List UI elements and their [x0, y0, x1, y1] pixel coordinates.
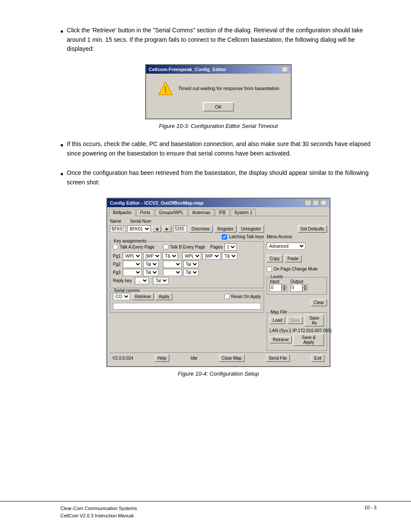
- pg1-label: Pg1: [113, 254, 121, 258]
- tab-antennas[interactable]: Antennas: [188, 209, 214, 216]
- menu-access-select[interactable]: Advanced: [267, 243, 305, 250]
- version-label: V2.0.0.024: [112, 356, 133, 361]
- reset-on-apply-label: Reset On Apply: [231, 294, 261, 299]
- set-defaults-btn[interactable]: Set Defaults: [298, 225, 327, 233]
- dialog-body: ! Timed out waiting for response from ba…: [146, 74, 291, 118]
- pg3-port1-select[interactable]: [123, 269, 142, 276]
- warning-icon: !: [158, 81, 173, 96]
- save-apply-btn[interactable]: Save & Apply: [293, 334, 324, 346]
- footer-manual: CellCom V2.0.3 Instruction Manual: [60, 512, 137, 520]
- latching-talk-keys-label: Latching Talk keys: [229, 234, 264, 239]
- input-value[interactable]: [270, 284, 282, 292]
- clear-map-btn[interactable]: Clear Map: [219, 355, 245, 362]
- pg1-mode2-select[interactable]: T&FL: [222, 252, 237, 260]
- com1-select[interactable]: COM1: [113, 293, 130, 300]
- tab-system1[interactable]: System 1: [230, 209, 256, 216]
- dialog-close-btn[interactable]: ✕: [281, 66, 288, 72]
- pg1-wpl2-select[interactable]: [WPL2▼]: [202, 252, 221, 260]
- config-main: Name Serial Num BFK01 ◄ ► Overview Regis…: [107, 216, 330, 366]
- maximize-btn[interactable]: □: [312, 200, 319, 206]
- output-value[interactable]: [290, 284, 302, 292]
- pages-select[interactable]: 1: [224, 243, 237, 251]
- unregister-btn[interactable]: Unregister: [238, 225, 264, 233]
- bfk01-name-input[interactable]: [110, 226, 125, 232]
- dialog-ok-button[interactable]: OK: [203, 102, 234, 112]
- pg2-mode2-select[interactable]: Talk: [183, 261, 199, 268]
- tab-groups-wpl[interactable]: Groups/WPL: [155, 209, 187, 216]
- talk-a-checkbox[interactable]: [113, 244, 118, 249]
- tab-beltpacks[interactable]: Beltpacks: [109, 209, 135, 216]
- left-col: Latching Talk keys Key assignments Talk …: [110, 234, 264, 352]
- next-btn[interactable]: ►: [163, 226, 171, 232]
- pg3-mode2-select[interactable]: Talk: [183, 269, 199, 276]
- copy-btn[interactable]: Copy: [267, 255, 283, 262]
- pg2-mode1-select[interactable]: Talk: [143, 261, 159, 268]
- lan-btns-row: Retrieve Save & Apply: [270, 334, 324, 346]
- serial-comms-group: Serial comms COM1 Retrieve Apply: [110, 291, 264, 313]
- svg-text:!: !: [164, 85, 167, 94]
- on-page-change-row: On Page Change Mute: [267, 267, 327, 272]
- menu-access-select-row: Advanced: [267, 243, 327, 250]
- input-spin-down[interactable]: ▼: [282, 288, 287, 291]
- talk-b-checkbox[interactable]: [163, 244, 168, 249]
- serial-num-label: Serial Num: [130, 219, 151, 224]
- config-tabs: Beltpacks Ports Groups/WPL Antennas IFB …: [107, 207, 330, 216]
- pg3-mode1-select[interactable]: Talk: [143, 269, 159, 276]
- map-file-title: Map File: [270, 310, 288, 314]
- status-area: [113, 303, 261, 310]
- config-editor-titlebar: Config Editor - \CCV2_OutOfBoxMap.map _ …: [107, 199, 330, 207]
- pg1-port2-select[interactable]: WPL02: [182, 252, 201, 260]
- serial-input[interactable]: [173, 226, 187, 232]
- bullet-dot-2: •: [60, 140, 63, 158]
- levels-group: Levels Input ▲ ▼: [267, 277, 327, 295]
- tab-ports[interactable]: Ports: [136, 209, 154, 216]
- apply-btn[interactable]: Apply: [156, 293, 172, 300]
- load-btn[interactable]: Load: [270, 317, 285, 324]
- output-spin-up[interactable]: ▲: [302, 284, 308, 288]
- input-spin-up[interactable]: ▲: [282, 284, 287, 288]
- retrieve-lan-btn[interactable]: Retrieve: [270, 336, 292, 343]
- bullet-3: • Once the configuration has been retrie…: [60, 168, 377, 187]
- latching-talk-keys-checkbox[interactable]: [222, 234, 227, 240]
- exit-btn[interactable]: Exit: [311, 355, 324, 362]
- name-serial-row: Name Serial Num: [110, 219, 327, 224]
- minimize-btn[interactable]: _: [305, 200, 311, 206]
- dialog-title: Cellcom-Freespeak_Config_Editor: [149, 67, 226, 72]
- tab-ifb[interactable]: IFB: [215, 209, 230, 216]
- bullet-2: • If this occurs, check the cable, PC an…: [60, 140, 377, 158]
- pages-label: Pages: [210, 245, 222, 249]
- reply-key-select[interactable]: ...: [135, 277, 149, 284]
- reply-mode-select[interactable]: Talk: [153, 277, 168, 284]
- help-btn[interactable]: Help: [155, 355, 170, 362]
- levels-title: Levels: [270, 274, 284, 279]
- pg2-port1-select[interactable]: [123, 261, 142, 268]
- titlebar-controls: _ □ ✕: [305, 200, 327, 206]
- pg1-wpl1-select[interactable]: [WPL1▼]: [143, 252, 161, 260]
- output-level: Output ▲ ▼: [290, 279, 308, 292]
- send-file-btn[interactable]: Send File: [266, 355, 290, 362]
- pg2-port2-select[interactable]: [163, 261, 182, 268]
- pg1-mode1-select[interactable]: T&FL: [162, 252, 178, 260]
- prev-btn[interactable]: ◄: [153, 226, 161, 232]
- register-btn[interactable]: Register: [215, 225, 237, 233]
- pg2-label: Pg2: [113, 262, 121, 267]
- save-as-btn[interactable]: Save As: [305, 314, 324, 327]
- bfk01-select[interactable]: BFK01: [127, 225, 151, 233]
- on-page-change-checkbox[interactable]: [267, 267, 272, 272]
- serial-comms-row: COM1 Retrieve Apply Reset On Apply: [113, 293, 261, 300]
- pg3-port2-select[interactable]: [163, 269, 182, 276]
- reset-on-apply-checkbox[interactable]: [224, 294, 230, 299]
- clear-btn[interactable]: Clear: [311, 299, 327, 306]
- figure-2-caption: Figure 10-4: Configuration Setup: [178, 370, 259, 377]
- retrieve-btn[interactable]: Retrieve: [132, 293, 154, 300]
- dialog-content-row: ! Timed out waiting for response from ba…: [158, 81, 279, 96]
- close-btn[interactable]: ✕: [320, 200, 327, 206]
- serial-comms-section: Serial comms COM1 Retrieve Apply: [110, 291, 264, 313]
- output-spin-down[interactable]: ▼: [302, 288, 308, 291]
- save-btn[interactable]: Save: [287, 317, 303, 324]
- overview-btn[interactable]: Overview: [189, 225, 213, 233]
- map-file-btns-row: Load Save Save As: [270, 314, 324, 327]
- paste-btn[interactable]: Paste: [284, 255, 302, 262]
- talk-b-label: Talk B Every Page: [170, 245, 206, 249]
- pg1-port1-select[interactable]: WPL01: [123, 252, 142, 260]
